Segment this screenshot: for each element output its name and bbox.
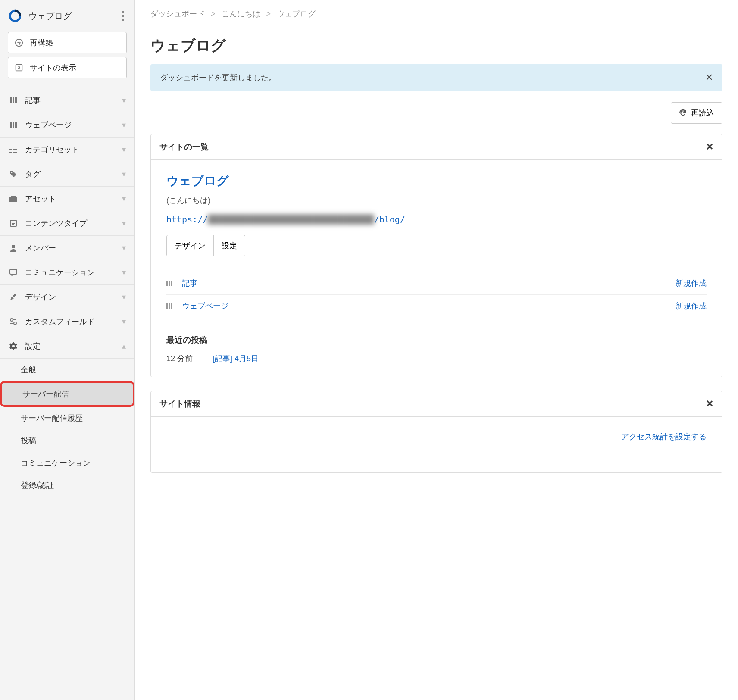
svg-rect-26 [169, 303, 170, 309]
asset-icon [9, 194, 18, 203]
category-icon [9, 145, 18, 154]
nav-label: カテゴリセット [25, 144, 79, 155]
nav-item-webpages[interactable]: ウェブページ ▾ [0, 113, 134, 138]
content-links: 記事 新規作成 ウェブページ 新規作成 [166, 272, 707, 317]
nav-label: ウェブページ [25, 120, 72, 130]
grid-icon [9, 96, 18, 105]
content-row-articles: 記事 新規作成 [166, 272, 707, 295]
panel-title: サイトの一覧 [159, 141, 209, 153]
reload-button[interactable]: 再読込 [671, 102, 722, 124]
reload-label: 再読込 [691, 108, 714, 118]
webpages-link[interactable]: ウェブページ [182, 301, 228, 311]
content-type-icon [9, 219, 18, 228]
site-title-link[interactable]: ウェブログ [166, 173, 229, 189]
svg-rect-7 [15, 122, 17, 128]
site-list-panel: サイトの一覧 ✕ ウェブログ (こんにちは) https://█████████… [150, 134, 722, 377]
svg-rect-2 [10, 97, 12, 103]
svg-rect-12 [13, 149, 17, 150]
rebuild-label: 再構築 [30, 38, 53, 48]
kebab-menu-icon[interactable] [119, 9, 127, 24]
chevron-down-icon: ▾ [122, 96, 126, 105]
nav-item-tags[interactable]: タグ ▾ [0, 162, 134, 187]
articles-link[interactable]: 記事 [182, 278, 197, 288]
view-site-button[interactable]: サイトの表示 [8, 57, 127, 78]
nav-item-articles[interactable]: 記事 ▾ [0, 88, 134, 113]
chevron-down-icon: ▾ [122, 120, 126, 130]
chevron-down-icon: ▾ [122, 219, 126, 228]
chevron-down-icon: ▾ [122, 317, 126, 326]
svg-point-18 [12, 245, 15, 248]
recent-post-row: 12 分前 [記事] 4月5日 [166, 353, 707, 364]
svg-rect-19 [10, 269, 17, 274]
site-url-link[interactable]: https://████████████████████████████████… [166, 214, 707, 225]
nav-item-content-types[interactable]: コンテンツタイプ ▾ [0, 211, 134, 236]
panel-title: サイト情報 [159, 398, 200, 409]
create-new-link[interactable]: 新規作成 [675, 278, 707, 288]
chevron-down-icon: ▾ [122, 292, 126, 302]
sub-nav-general[interactable]: 全般 [0, 359, 134, 381]
content-row-webpages: ウェブページ 新規作成 [166, 295, 707, 317]
close-icon[interactable]: ✕ [706, 141, 713, 153]
rebuild-button[interactable]: 再構築 [8, 32, 127, 53]
svg-rect-24 [171, 281, 172, 286]
chevron-down-icon: ▾ [122, 194, 126, 203]
sub-nav-posting[interactable]: 投稿 [0, 429, 134, 452]
svg-rect-16 [11, 196, 16, 197]
svg-rect-25 [166, 303, 168, 309]
svg-rect-9 [9, 149, 12, 150]
nav-label: コンテンツタイプ [25, 218, 87, 228]
close-icon[interactable]: ✕ [706, 398, 713, 409]
sub-nav-server-delivery[interactable]: サーバー配信 [0, 381, 134, 407]
svg-point-20 [10, 319, 13, 321]
svg-rect-27 [171, 303, 172, 309]
nav-item-members[interactable]: メンバー ▾ [0, 236, 134, 260]
refresh-icon [679, 109, 687, 117]
breadcrumb-item[interactable]: ダッシュボード [150, 9, 205, 19]
reload-row: 再読込 [150, 102, 722, 124]
sidebar-header: ウェブログ [0, 0, 134, 32]
svg-rect-3 [13, 97, 14, 103]
nav-item-custom-fields[interactable]: カスタムフィールド ▾ [0, 309, 134, 334]
svg-rect-5 [10, 122, 12, 128]
breadcrumb-separator: > [266, 9, 271, 19]
nav-item-category-set[interactable]: カテゴリセット ▾ [0, 138, 134, 162]
panel-body: ウェブログ (こんにちは) https://██████████████████… [151, 160, 722, 377]
nav-label: 設定 [25, 341, 41, 351]
settings-button[interactable]: 設定 [214, 235, 245, 256]
breadcrumb-separator: > [211, 9, 216, 19]
site-name[interactable]: ウェブログ [28, 10, 72, 22]
grid-icon [166, 303, 175, 309]
breadcrumb-item[interactable]: こんにちは [222, 9, 260, 19]
communication-icon [9, 268, 18, 277]
grid-icon [166, 281, 175, 286]
action-buttons: 再構築 サイトの表示 [0, 32, 134, 88]
nav-item-communication[interactable]: コミュニケーション ▾ [0, 260, 134, 285]
recent-post-link[interactable]: [記事] 4月5日 [213, 353, 259, 364]
nav-label: カスタムフィールド [25, 316, 95, 327]
stats-config-link[interactable]: アクセス統計を設定する [166, 430, 707, 459]
recent-time: 12 分前 [166, 353, 193, 364]
design-button[interactable]: デザイン [166, 235, 214, 256]
sub-nav-communication[interactable]: コミュニケーション [0, 452, 134, 474]
breadcrumb-item: ウェブログ [277, 9, 316, 19]
nav-item-design[interactable]: デザイン ▾ [0, 285, 134, 309]
alert-message: ダッシュボードを更新しました。 [160, 72, 276, 83]
nav-item-settings[interactable]: 設定 ▴ [0, 334, 134, 359]
chevron-up-icon: ▴ [122, 341, 126, 351]
breadcrumb: ダッシュボード > こんにちは > ウェブログ [150, 9, 722, 25]
nav-item-assets[interactable]: アセット ▾ [0, 187, 134, 211]
grid-icon [9, 120, 18, 130]
main-content: ダッシュボード > こんにちは > ウェブログ ウェブログ ダッシュボードを更新… [135, 0, 738, 700]
svg-rect-10 [9, 152, 12, 153]
sub-nav-server-delivery-history[interactable]: サーバー配信履歴 [0, 407, 134, 429]
svg-rect-13 [13, 152, 17, 153]
svg-rect-23 [169, 281, 170, 286]
view-site-label: サイトの表示 [30, 62, 76, 73]
nav-list: 記事 ▾ ウェブページ ▾ カテゴリセット ▾ タグ ▾ アセット ▾ コンテン… [0, 88, 134, 359]
sub-nav-registration-auth[interactable]: 登録/認証 [0, 474, 134, 497]
close-icon[interactable]: ✕ [705, 72, 713, 83]
tag-icon [9, 169, 18, 179]
settings-sub-nav: 全般 サーバー配信 サーバー配信履歴 投稿 コミュニケーション 登録/認証 [0, 359, 134, 497]
svg-rect-4 [15, 97, 17, 103]
create-new-link[interactable]: 新規作成 [675, 301, 707, 311]
